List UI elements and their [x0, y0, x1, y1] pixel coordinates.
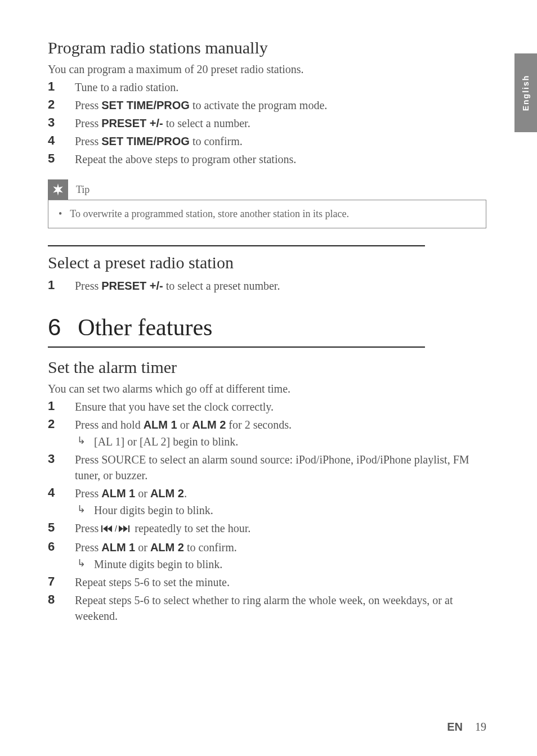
arrow-right-icon: ↳ [77, 556, 94, 570]
step-number: 5 [48, 151, 75, 166]
chapter-number: 6 [48, 314, 61, 341]
sub-step: ↳ Minute digits begin to blink. [75, 556, 486, 572]
svg-text:/: / [115, 524, 117, 533]
step-number: 2 [48, 97, 75, 112]
tip-block: Tip To overwrite a programmed station, s… [48, 179, 486, 228]
step-text: Repeat steps 5-6 to set the minute. [75, 574, 486, 590]
list-item: 4 Press SET TIME/PROG to confirm. [48, 133, 486, 149]
svg-marker-1 [103, 525, 108, 532]
arrow-right-icon: ↳ [77, 502, 94, 516]
list-item: 2 Press SET TIME/PROG to activate the pr… [48, 97, 486, 113]
section-program-manually-title: Program radio stations manually [48, 38, 486, 57]
step-text: Tune to a radio station. [75, 79, 486, 95]
svg-marker-4 [119, 525, 123, 532]
section-select-preset-title: Select a preset radio station [48, 253, 486, 272]
svg-marker-5 [123, 525, 128, 532]
footer-page-number: 19 [475, 721, 486, 733]
list-item: 1 Tune to a radio station. [48, 79, 486, 95]
sub-step: ↳Hour digits begin to blink. [75, 502, 486, 518]
step-text: Ensure that you have set the clock corre… [75, 399, 486, 415]
page-footer: EN19 [447, 721, 486, 734]
svg-rect-0 [101, 525, 102, 532]
tip-header: Tip [48, 179, 486, 200]
tip-label: Tip [76, 184, 90, 196]
tip-text: To overwrite a programmed station, store… [70, 208, 349, 220]
list-item: 3 Press PRESET +/- to select a number. [48, 115, 486, 131]
section2-steps: 1 Press PRESET +/- to select a preset nu… [48, 278, 486, 294]
section3-steps: 1 Ensure that you have set the clock cor… [48, 399, 486, 624]
step-number: 2 [48, 417, 75, 431]
step-number: 3 [48, 452, 75, 466]
section-alarm-timer-title: Set the alarm timer [48, 358, 486, 377]
step-number: 1 [48, 399, 75, 413]
section-divider [48, 245, 425, 246]
svg-rect-6 [128, 525, 129, 532]
step-number: 1 [48, 79, 75, 94]
list-item: 3 Press SOURCE to select an alarm sound … [48, 452, 486, 483]
list-item: 8 Repeat steps 5-6 to select whether to … [48, 592, 486, 624]
step-number: 5 [48, 520, 75, 535]
arrow-right-icon: ↳ [77, 434, 94, 448]
list-item: 6 Press ALM 1 or ALM 2 to confirm. ↳ Min… [48, 539, 486, 572]
asterisk-icon [48, 179, 68, 200]
chapter-heading: 6 Other features [48, 314, 486, 341]
step-text: Press and hold ALM 1 or ALM 2 for 2 seco… [75, 417, 486, 449]
language-side-tab: English [514, 53, 537, 132]
language-label: English [521, 75, 530, 111]
step-text: Press SET TIME/PROG to confirm. [75, 133, 486, 149]
step-text: Press ALM 1 or ALM 2 to confirm. ↳ Minut… [75, 539, 486, 572]
list-item: 2 Press and hold ALM 1 or ALM 2 for 2 se… [48, 417, 486, 449]
step-number: 3 [48, 115, 75, 130]
section1-intro: You can program a maximum of 20 preset r… [48, 63, 486, 76]
list-item: 4 Press ALM 1 or ALM 2. ↳Hour digits beg… [48, 485, 486, 518]
tip-body: To overwrite a programmed station, store… [48, 200, 486, 228]
list-item: 5 Repeat the above steps to program othe… [48, 151, 486, 167]
step-text: Press PRESET +/- to select a number. [75, 115, 486, 131]
step-text: Press / repeatedly to set the hour. [75, 520, 486, 537]
step-text: Press PRESET +/- to select a preset numb… [75, 278, 486, 294]
step-text: Press SET TIME/PROG to activate the prog… [75, 97, 486, 113]
step-number: 4 [48, 485, 75, 500]
section1-steps: 1 Tune to a radio station. 2 Press SET T… [48, 79, 486, 167]
step-number: 6 [48, 539, 75, 554]
step-number: 8 [48, 592, 75, 607]
list-item: 5 Press / repeatedly to set the hour. [48, 520, 486, 537]
step-number: 1 [48, 278, 75, 292]
step-number: 4 [48, 133, 75, 148]
step-number: 7 [48, 574, 75, 589]
step-text: Repeat steps 5-6 to select whether to ri… [75, 592, 486, 624]
list-item: 7 Repeat steps 5-6 to set the minute. [48, 574, 486, 590]
step-text: Press ALM 1 or ALM 2. ↳Hour digits begin… [75, 485, 486, 518]
skip-prev-next-icon: / [101, 521, 132, 537]
sub-step: ↳[AL 1] or [AL 2] begin to blink. [75, 434, 486, 449]
list-item: 1 Ensure that you have set the clock cor… [48, 399, 486, 415]
svg-marker-2 [108, 525, 112, 532]
step-text: Repeat the above steps to program other … [75, 151, 486, 167]
chapter-title: Other features [78, 314, 212, 341]
chapter-divider [48, 346, 425, 348]
step-text: Press SOURCE to select an alarm sound so… [75, 452, 486, 483]
footer-lang: EN [447, 721, 463, 733]
section3-intro: You can set two alarms which go off at d… [48, 382, 486, 395]
list-item: 1 Press PRESET +/- to select a preset nu… [48, 278, 486, 294]
